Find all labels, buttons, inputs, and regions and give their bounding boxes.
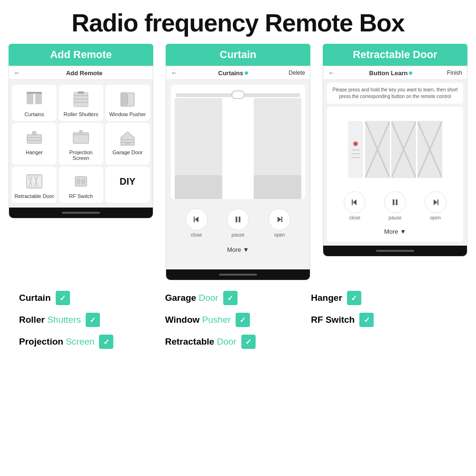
more-button[interactable]: More ▼ (166, 242, 310, 255)
diy-icon: DIY (119, 172, 137, 190)
remote-item-window-pusher[interactable]: Window Pusher (105, 85, 150, 121)
phone-bar-curtain: ← Curtains Delete (166, 66, 310, 80)
svg-marker-41 (353, 199, 357, 205)
diy-text: DIY (119, 176, 135, 187)
svg-rect-27 (77, 178, 80, 184)
close-control-group: close (186, 208, 208, 238)
feature-retractable: Retractable Door ✓ (165, 335, 311, 349)
retractable-door-icon (25, 172, 43, 190)
svg-marker-29 (195, 217, 198, 222)
svg-rect-46 (437, 199, 438, 205)
pause-label: pause (231, 232, 244, 238)
back-arrow-rd-icon[interactable]: ← (328, 69, 335, 77)
remote-dot-icon (353, 141, 358, 147)
feature-hanger-name: Hanger (311, 293, 342, 303)
rd-open-group: open (425, 191, 446, 220)
garage-door-icon (119, 129, 137, 147)
remote-item-rf-switch[interactable]: RF Switch (59, 167, 103, 203)
feature-garage: Garage Door ✓ (165, 291, 311, 305)
remote-item-retractable-door[interactable]: Retractable Door (12, 167, 57, 203)
phone-bottom-bar-2 (166, 269, 310, 280)
delete-button[interactable]: Delete (288, 69, 305, 76)
remote-item-diy[interactable]: DIY (105, 167, 150, 203)
feature-garage-name: Garage Door (165, 293, 218, 303)
svg-rect-28 (81, 178, 85, 184)
svg-rect-9 (121, 93, 127, 106)
window-pusher-icon (119, 90, 137, 109)
svg-rect-2 (27, 92, 42, 94)
open-button[interactable] (268, 208, 290, 230)
svg-marker-45 (434, 199, 437, 205)
phone-screen-curtain: ← Curtains Delete (166, 66, 310, 280)
feature-rf-switch: RF Switch ✓ (311, 313, 457, 327)
phone-bar-retractable: ← Button Learn Finish (323, 66, 467, 80)
feature-curtain-name: Curtain (19, 293, 51, 303)
feature-garage-check: ✓ (223, 291, 238, 305)
panel-curtain: Curtain ← Curtains Delete (166, 44, 310, 280)
rd-open-button[interactable] (425, 191, 446, 213)
curtain-controls: close pause open (166, 204, 310, 242)
svg-rect-31 (236, 217, 238, 222)
remote-item-roller-shutters[interactable]: Roller Shutters (59, 85, 103, 121)
feature-retractable-name: Retractable Door (165, 337, 237, 347)
rd-title-dot-icon (409, 71, 412, 75)
svg-marker-33 (278, 217, 281, 222)
remote-item-hanger[interactable]: Hanger (12, 123, 57, 165)
panel-retractable-door: Retractable Door ← Button Learn Finish P… (323, 44, 467, 280)
finish-button[interactable]: Finish (447, 69, 462, 76)
home-indicator-3 (376, 250, 414, 252)
svg-rect-1 (35, 93, 42, 104)
rd-more-button[interactable]: More ▼ (330, 224, 460, 237)
rf-switch-icon (72, 172, 90, 190)
curtain-knob (231, 90, 245, 99)
rd-door-panel-1 (365, 121, 390, 178)
back-arrow-curtain-icon[interactable]: ← (171, 69, 178, 77)
pause-button[interactable] (227, 208, 249, 230)
svg-rect-14 (32, 131, 36, 135)
curtain-bottom-left (175, 175, 222, 199)
feature-rf-switch-check: ✓ (359, 313, 374, 327)
svg-rect-17 (79, 130, 82, 133)
curtains-label: Curtains (25, 111, 44, 117)
curtain-panel-left (175, 98, 222, 175)
panel-add-remote-header: Add Remote (9, 44, 153, 66)
remote-grid: Curtains Roller Shutters (9, 80, 153, 208)
rd-close-label: close (349, 215, 360, 220)
remote-item-garage-door[interactable]: Garage Door (105, 123, 150, 165)
back-arrow-icon[interactable]: ← (14, 69, 20, 77)
rd-door-panels (365, 121, 442, 178)
remote-line-3 (351, 157, 360, 158)
panel-retractable-header: Retractable Door (323, 44, 467, 66)
retractable-door-label: Retractable Door (14, 193, 54, 199)
feature-projection: Projection Screen ✓ (19, 335, 165, 349)
svg-rect-3 (74, 92, 88, 107)
feature-curtain: Curtain ✓ (19, 291, 165, 305)
close-button[interactable] (186, 208, 208, 230)
remote-item-projection-screen[interactable]: Projection Screen (59, 123, 103, 165)
curtain-panel-right (254, 98, 301, 175)
curtains-icon (25, 90, 43, 109)
hanger-label: Hanger (26, 149, 43, 155)
rd-close-button[interactable] (344, 191, 366, 213)
features-section: Curtain ✓ Garage Door ✓ Hanger ✓ Roller … (0, 280, 476, 349)
close-label: close (191, 232, 202, 238)
open-control-group: open (268, 208, 290, 238)
feature-retractable-check: ✓ (241, 335, 256, 349)
svg-rect-34 (281, 217, 282, 222)
panels-row: Add Remote ← Add Remote Curt (0, 44, 476, 280)
curtain-visual (171, 85, 305, 199)
window-pusher-label: Window Pusher (109, 111, 146, 117)
svg-rect-30 (194, 217, 195, 222)
svg-rect-44 (396, 199, 397, 205)
phone-bar-add-remote: ← Add Remote (9, 66, 153, 80)
feature-projection-name: Projection Screen (19, 337, 94, 347)
phone-screen-retractable: ← Button Learn Finish Please press and h… (323, 66, 467, 257)
svg-rect-43 (393, 199, 395, 205)
remote-line-1 (351, 149, 360, 150)
rd-remote-device (348, 121, 363, 178)
svg-rect-32 (238, 217, 240, 222)
screen-title: Add Remote (66, 69, 103, 77)
rd-pause-button[interactable] (384, 191, 406, 213)
phone-screen-add-remote: ← Add Remote Curtains (9, 66, 153, 218)
remote-item-curtains[interactable]: Curtains (12, 85, 57, 121)
